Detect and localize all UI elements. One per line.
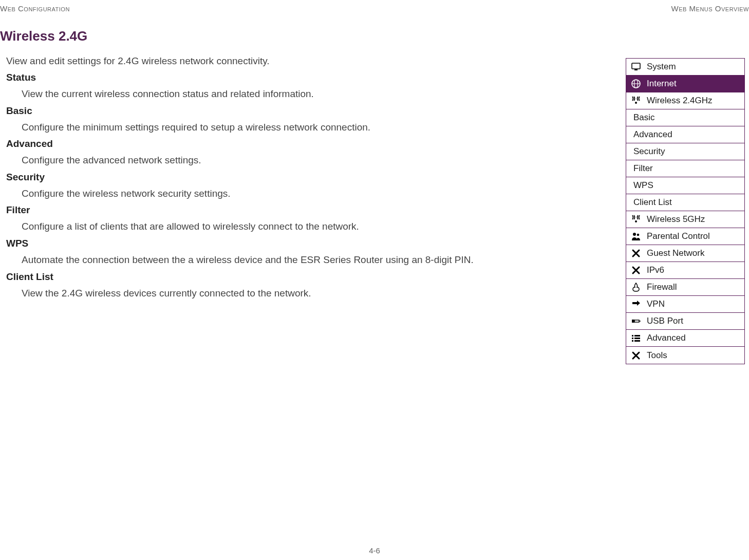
menu-sub-wps-label: WPS (633, 180, 653, 191)
tools-icon (630, 350, 642, 361)
menu-system-label: System (647, 62, 676, 72)
menu-wireless-5[interactable]: Wireless 5GHz (626, 211, 744, 228)
menu-advanced-label: Advanced (647, 333, 686, 343)
menu-system[interactable]: System (626, 59, 744, 76)
svg-point-8 (637, 234, 640, 236)
sidebar-menu: System Internet Wireless 2.4GHz Basic Ad… (626, 58, 745, 364)
wifi-icon (630, 214, 642, 225)
section-basic-desc: Configure the minimum settings required … (22, 121, 484, 135)
svg-rect-15 (634, 338, 640, 339)
section-wps-desc: Automate the connection between the a wi… (22, 253, 484, 267)
menu-usb[interactable]: USB Port (626, 313, 744, 330)
menu-ipv6-label: IPv6 (647, 265, 664, 275)
intro-text: View and edit settings for 2.4G wireless… (6, 55, 484, 67)
monitor-icon (630, 61, 642, 72)
section-wps-title: WPS (6, 238, 484, 249)
svg-rect-14 (632, 338, 633, 339)
svg-rect-16 (632, 340, 633, 342)
menu-vpn-label: VPN (647, 299, 665, 309)
menu-sub-security-label: Security (633, 146, 665, 157)
menu-sub-filter[interactable]: Filter (626, 160, 744, 177)
wifi-icon (630, 95, 642, 106)
menu-firewall[interactable]: Firewall (626, 279, 744, 296)
header-left: Web Configuration (0, 4, 70, 13)
section-status-title: Status (6, 72, 484, 83)
menu-wireless-24[interactable]: Wireless 2.4GHz (626, 92, 744, 109)
list-icon (630, 332, 642, 344)
menu-sub-clientlist-label: Client List (633, 197, 672, 208)
menu-sub-advanced[interactable]: Advanced (626, 126, 744, 143)
content-body: View and edit settings for 2.4G wireless… (6, 55, 484, 304)
menu-sub-wps[interactable]: WPS (626, 177, 744, 194)
svg-point-6 (635, 220, 637, 222)
section-security-title: Security (6, 172, 484, 183)
menu-firewall-label: Firewall (647, 282, 677, 292)
menu-sub-clientlist[interactable]: Client List (626, 194, 744, 211)
page-number: 4-6 (369, 546, 380, 555)
svg-rect-1 (634, 69, 638, 70)
svg-point-5 (635, 102, 637, 104)
tools-icon (630, 265, 642, 276)
svg-rect-13 (634, 335, 640, 337)
menu-guest[interactable]: Guest Network (626, 245, 744, 262)
menu-tools[interactable]: Tools (626, 347, 744, 364)
globe-icon (630, 78, 642, 89)
svg-rect-0 (632, 63, 640, 69)
usb-icon (630, 315, 642, 327)
menu-sub-filter-label: Filter (633, 163, 653, 174)
menu-internet[interactable]: Internet (626, 76, 744, 92)
menu-parental-label: Parental Control (647, 231, 710, 241)
section-basic-title: Basic (6, 105, 484, 117)
menu-wireless-5-label: Wireless 5GHz (647, 214, 705, 225)
svg-point-7 (633, 233, 636, 236)
section-status-desc: View the current wireless connection sta… (22, 87, 484, 101)
svg-rect-12 (632, 335, 633, 337)
page-title: Wireless 2.4G (0, 28, 87, 44)
menu-sub-basic[interactable]: Basic (626, 109, 744, 126)
section-filter-title: Filter (6, 204, 484, 216)
menu-ipv6[interactable]: IPv6 (626, 262, 744, 279)
arrow-icon (630, 298, 642, 310)
menu-tools-label: Tools (647, 350, 667, 361)
menu-internet-label: Internet (647, 79, 677, 89)
menu-advanced[interactable]: Advanced (626, 330, 744, 347)
menu-parental[interactable]: Parental Control (626, 228, 744, 245)
flame-icon (630, 282, 642, 293)
section-advanced-desc: Configure the advanced network settings. (22, 154, 484, 167)
section-security-desc: Configure the wireless network security … (22, 187, 484, 201)
menu-usb-label: USB Port (647, 316, 683, 326)
svg-rect-10 (634, 320, 639, 322)
header-right: Web Menus Overview (671, 4, 749, 13)
people-icon (630, 231, 642, 242)
section-advanced-title: Advanced (6, 138, 484, 150)
menu-sub-security[interactable]: Security (626, 143, 744, 160)
menu-vpn[interactable]: VPN (626, 296, 744, 313)
menu-sub-advanced-label: Advanced (633, 129, 672, 140)
section-clientlist-title: Client List (6, 271, 484, 283)
svg-rect-17 (634, 340, 640, 342)
section-filter-desc: Configure a list of clients that are all… (22, 220, 484, 234)
menu-guest-label: Guest Network (647, 248, 704, 258)
tools-icon (630, 248, 642, 259)
menu-wireless-24-label: Wireless 2.4GHz (647, 96, 713, 106)
menu-sub-basic-label: Basic (633, 113, 655, 123)
section-clientlist-desc: View the 2.4G wireless devices currently… (22, 287, 484, 301)
